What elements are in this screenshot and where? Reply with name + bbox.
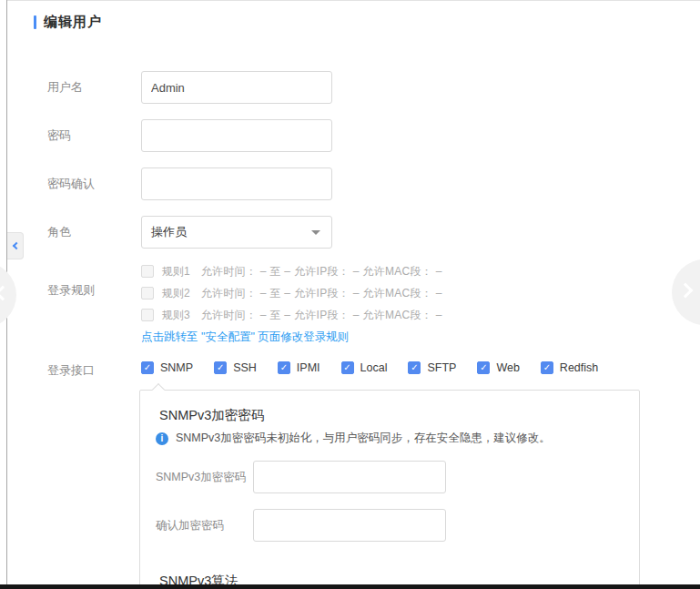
password-confirm-label: 密码确认	[47, 168, 95, 200]
interface-local-label: Local	[360, 361, 388, 374]
chevron-left-icon	[0, 286, 10, 301]
check-icon: ✓	[280, 363, 288, 372]
role-select-value: 操作员	[151, 224, 311, 240]
check-icon: ✓	[144, 363, 151, 372]
dropdown-caret-icon	[311, 230, 320, 235]
password-confirm-input[interactable]	[141, 168, 332, 200]
redfish-checkbox[interactable]: ✓	[541, 361, 553, 374]
interface-ipmi[interactable]: ✓ IPMI	[278, 361, 320, 374]
ipmi-checkbox[interactable]: ✓	[278, 361, 290, 374]
username-input[interactable]	[141, 71, 332, 104]
chevron-right-icon	[678, 283, 694, 299]
panel-caret-up-icon	[152, 383, 165, 396]
snmpv3-panel-title: SNMPv3加密密码	[159, 407, 264, 424]
rule3-detail: 允许时间： – 至 – 允许IP段： – 允许MAC段： –	[201, 308, 442, 323]
interface-web[interactable]: ✓ Web	[477, 361, 519, 374]
interface-web-label: Web	[496, 361, 519, 374]
window-bottom-edge	[0, 584, 700, 589]
chevron-left-icon	[13, 242, 20, 249]
password-label: 密码	[47, 119, 71, 152]
rule2-detail: 允许时间： – 至 – 允许IP段： – 允许MAC段： –	[201, 286, 442, 301]
info-icon: i	[156, 432, 168, 445]
login-rule-row-1: ✓ 规则1 允许时间： – 至 – 允许IP段： – 允许MAC段： –	[141, 260, 442, 282]
local-checkbox[interactable]: ✓	[341, 361, 354, 374]
login-interfaces-label: 登录接口	[47, 354, 95, 387]
snmpv3-password-input[interactable]	[253, 461, 446, 493]
login-interfaces-row: ✓ SNMP ✓ SSH ✓ IPMI ✓ Local ✓ SFTP ✓ Web…	[141, 361, 619, 374]
login-rules-label: 登录规则	[47, 274, 95, 307]
login-rules-list: ✓ 规则1 允许时间： – 至 – 允许IP段： – 允许MAC段： – ✓ 规…	[141, 260, 442, 326]
snmpv3-password-label: SNMPv3加密密码	[156, 461, 246, 493]
interface-ssh[interactable]: ✓ SSH	[214, 361, 257, 374]
check-icon: ✓	[480, 363, 487, 372]
role-select[interactable]: 操作员	[141, 216, 332, 249]
title-accent-bar	[34, 15, 36, 29]
check-icon: ✓	[217, 363, 224, 372]
interface-sftp-label: SFTP	[427, 361, 456, 374]
login-rule-row-3: ✓ 规则3 允许时间： – 至 – 允许IP段： – 允许MAC段： –	[141, 304, 442, 326]
carousel-next-button[interactable]	[672, 259, 700, 325]
username-label: 用户名	[47, 71, 83, 104]
login-rule-row-2: ✓ 规则2 允许时间： – 至 – 允许IP段： – 允许MAC段： –	[141, 282, 442, 304]
check-icon: ✓	[343, 363, 350, 372]
interface-ipmi-label: IPMI	[297, 361, 320, 374]
snmpv3-confirm-label: 确认加密密码	[156, 509, 224, 542]
interface-sftp[interactable]: ✓ SFTP	[408, 361, 456, 374]
interface-snmp-label: SNMP	[160, 361, 193, 374]
snmp-checkbox[interactable]: ✓	[141, 361, 154, 374]
interface-redfish-label: Redfish	[560, 361, 598, 374]
sftp-checkbox[interactable]: ✓	[408, 361, 421, 374]
interface-redfish[interactable]: ✓ Redfish	[541, 361, 598, 374]
window-top-edge	[7, 0, 700, 1]
snmpv3-notice: i SNMPv3加密密码未初始化，与用户密码同步，存在安全隐患，建议修改。	[156, 431, 551, 446]
security-config-link[interactable]: 点击跳转至 "安全配置" 页面修改登录规则	[141, 330, 349, 345]
edit-user-page: 编辑用户 用户名 密码 密码确认 角色 操作员 登录规则 ✓ 规则1 允许时间：…	[0, 0, 700, 589]
password-input[interactable]	[141, 119, 332, 152]
rule2-name: 规则2	[162, 286, 190, 301]
interface-ssh-label: SSH	[233, 361, 257, 374]
rule3-name: 规则3	[162, 308, 190, 323]
snmpv3-notice-text: SNMPv3加密密码未初始化，与用户密码同步，存在安全隐患，建议修改。	[176, 431, 551, 446]
snmpv3-confirm-input[interactable]	[253, 509, 446, 542]
rule1-name: 规则1	[162, 264, 190, 279]
rule1-detail: 允许时间： – 至 – 允许IP段： – 允许MAC段： –	[201, 264, 442, 279]
rule1-checkbox[interactable]: ✓	[141, 265, 154, 278]
check-icon: ✓	[411, 363, 418, 372]
interface-local[interactable]: ✓ Local	[341, 361, 388, 374]
snmpv3-panel: SNMPv3加密密码 i SNMPv3加密密码未初始化，与用户密码同步，存在安全…	[139, 390, 640, 589]
check-icon: ✓	[543, 363, 551, 372]
rule3-checkbox[interactable]: ✓	[141, 309, 154, 321]
ssh-checkbox[interactable]: ✓	[214, 361, 227, 374]
role-label: 角色	[47, 216, 71, 249]
sidebar-collapse-tab[interactable]	[7, 232, 24, 259]
interface-snmp[interactable]: ✓ SNMP	[141, 361, 193, 374]
carousel-prev-button[interactable]	[0, 262, 16, 328]
web-checkbox[interactable]: ✓	[477, 361, 490, 374]
page-title-block: 编辑用户	[34, 14, 102, 31]
page-title: 编辑用户	[44, 14, 102, 31]
rule2-checkbox[interactable]: ✓	[141, 287, 154, 300]
